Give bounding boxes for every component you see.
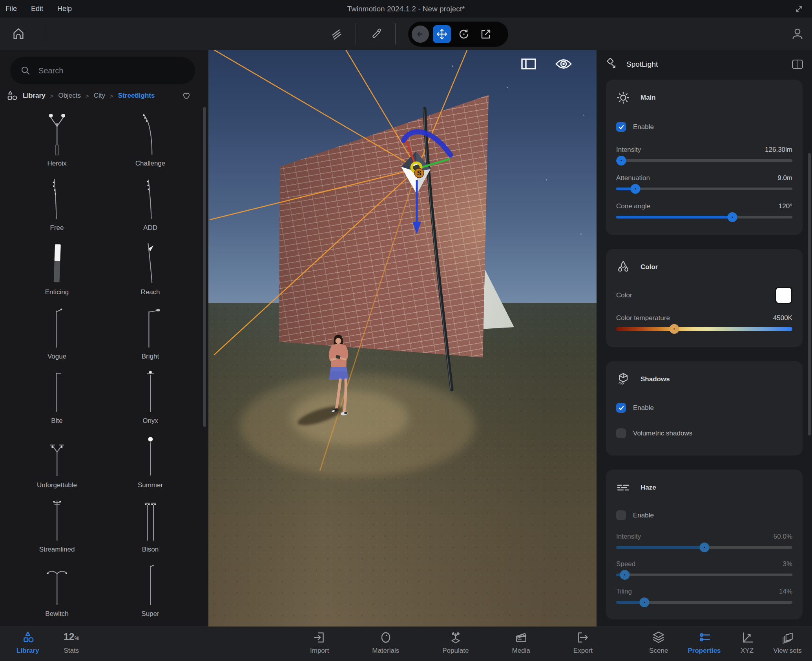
library-item[interactable]: Bison: [104, 495, 197, 559]
sun-icon: [616, 91, 630, 105]
bottombar-media-button[interactable]: Media: [512, 631, 530, 655]
haze-enable-label: Enable: [633, 512, 654, 519]
bottombar-library-button[interactable]: Library: [16, 631, 39, 655]
color-temperature-row: Color temperature 4500K: [616, 314, 792, 322]
bottombar-import-button[interactable]: Import: [310, 631, 329, 655]
scene-overlay: S: [208, 50, 597, 626]
library-item[interactable]: Bewitch: [10, 559, 104, 623]
haze-speed-slider[interactable]: [616, 570, 792, 580]
rotate-tool-button[interactable]: [455, 25, 473, 43]
home-button[interactable]: [9, 18, 27, 50]
twinmotion-window: File Edit Help Twinmotion 2024.1.2 - New…: [0, 0, 812, 661]
svg-text:S: S: [417, 170, 422, 177]
color-swatch[interactable]: [775, 287, 792, 304]
shadows-enable-label: Enable: [633, 404, 654, 412]
bottombar-export-button[interactable]: Export: [573, 631, 593, 655]
breadcrumb: Library > Objects > City > Streetlights: [6, 89, 203, 102]
viewport-3d-scene[interactable]: S: [208, 50, 597, 626]
haze-section-card: Haze Enable Intensity 50.0%: [606, 470, 803, 619]
library-item[interactable]: Bright: [104, 302, 197, 366]
breadcrumb-separator: >: [110, 93, 113, 99]
library-item[interactable]: Unforgettable: [10, 430, 104, 495]
bottombar-properties-button[interactable]: Properties: [688, 631, 721, 655]
eyedropper-icon[interactable]: [368, 18, 385, 50]
panel-toggle-icon[interactable]: [521, 58, 536, 69]
color-label: Color: [616, 291, 632, 299]
volumetric-shadows-checkbox[interactable]: [616, 428, 626, 438]
library-item[interactable]: Reach: [104, 237, 197, 302]
haze-enable-row: Enable: [616, 510, 792, 520]
expand-window-icon[interactable]: [793, 3, 805, 15]
spotlight-icon: [606, 58, 619, 71]
breadcrumb-separator: >: [86, 93, 89, 99]
toolbar: [0, 18, 812, 50]
properties-panel: SpotLight Main Enable Intensity: [597, 50, 812, 626]
breadcrumb-city[interactable]: City: [94, 92, 105, 100]
shadows-enable-row: Enable: [616, 403, 792, 413]
library-item[interactable]: Vogue: [10, 302, 104, 366]
library-grid: Heroix Challenge Free ADD Enticing Reach: [10, 109, 197, 623]
attenuation-slider[interactable]: [616, 184, 792, 194]
bottombar-xyz-button[interactable]: XYZ: [741, 631, 754, 655]
window-title: Twinmotion 2024.1.2 - New project*: [0, 0, 812, 18]
intensity-row: Intensity 126.30lm: [616, 146, 792, 154]
layers-lines-icon[interactable]: [329, 18, 345, 50]
search-input[interactable]: [38, 66, 185, 76]
back-button[interactable]: [412, 25, 429, 43]
color-row: Color: [616, 287, 792, 304]
breadcrumb-library[interactable]: Library: [23, 92, 46, 100]
intensity-slider[interactable]: [616, 155, 792, 166]
viewport-controls: [521, 58, 572, 69]
bottombar-stats[interactable]: 12% Stats: [64, 631, 79, 655]
haze-enable-checkbox[interactable]: [616, 510, 626, 520]
section-title-color: Color: [640, 263, 658, 271]
haze-tiling-slider[interactable]: [616, 597, 792, 607]
breadcrumb-objects[interactable]: Objects: [58, 92, 81, 100]
bottombar-scene-button[interactable]: Scene: [649, 631, 668, 655]
library-scrollbar[interactable]: [203, 107, 206, 427]
bottombar-viewsets-button[interactable]: View sets: [774, 631, 802, 655]
main-enable-row: Enable: [616, 122, 792, 132]
spotlight-s-badge: S: [414, 168, 424, 178]
breadcrumb-streetlights[interactable]: Streetlights: [118, 92, 155, 100]
properties-scrollbar[interactable]: [808, 153, 811, 435]
eye-icon[interactable]: [555, 58, 572, 69]
search-bar[interactable]: [10, 57, 195, 84]
main-enable-checkbox[interactable]: [616, 122, 626, 132]
volumetric-shadows-label: Volumetric shadows: [633, 430, 692, 437]
library-item[interactable]: Streamlined: [10, 495, 104, 559]
volumetric-shadows-row: Volumetric shadows: [616, 428, 792, 438]
toolbar-divider: [395, 23, 396, 44]
breadcrumb-separator: >: [50, 93, 54, 99]
shadows-enable-checkbox[interactable]: [616, 403, 626, 413]
scale-tool-button[interactable]: [477, 25, 495, 43]
library-item[interactable]: Summer: [104, 430, 197, 495]
bottom-toolbar: Library 12% Stats Import Materials Popul…: [0, 626, 812, 661]
titlebar: File Edit Help Twinmotion 2024.1.2 - New…: [0, 0, 812, 18]
toolbar-divider: [45, 23, 45, 44]
haze-intensity-slider[interactable]: [616, 542, 792, 552]
color-section-card: Color Color Color temperature 4500K: [606, 249, 803, 347]
library-item[interactable]: Heroix: [10, 109, 104, 173]
library-item[interactable]: Challenge: [104, 109, 197, 173]
cone-angle-slider[interactable]: [616, 212, 792, 222]
bottombar-populate-button[interactable]: Populate: [442, 631, 469, 655]
library-item[interactable]: Bite: [10, 366, 104, 430]
library-item[interactable]: Onyx: [104, 366, 197, 430]
split-panel-icon[interactable]: [792, 59, 803, 69]
haze-lines-icon: [616, 481, 630, 495]
cone-angle-row: Cone angle 120°: [616, 202, 792, 210]
droplets-icon: [616, 260, 630, 274]
account-button[interactable]: [788, 18, 807, 50]
attenuation-row: Attenuation 9.0m: [616, 174, 792, 182]
library-item[interactable]: Super: [104, 559, 197, 623]
library-item[interactable]: ADD: [104, 173, 197, 237]
bottombar-materials-button[interactable]: Materials: [372, 631, 399, 655]
color-temperature-slider[interactable]: [616, 324, 792, 334]
shadow-cube-icon: [616, 372, 630, 386]
move-tool-button[interactable]: [433, 25, 451, 43]
favorite-heart-icon[interactable]: [181, 91, 192, 101]
library-item[interactable]: Free: [10, 173, 104, 237]
library-panel: Library > Objects > City > Streetlights …: [0, 50, 208, 626]
library-item[interactable]: Enticing: [10, 237, 104, 302]
